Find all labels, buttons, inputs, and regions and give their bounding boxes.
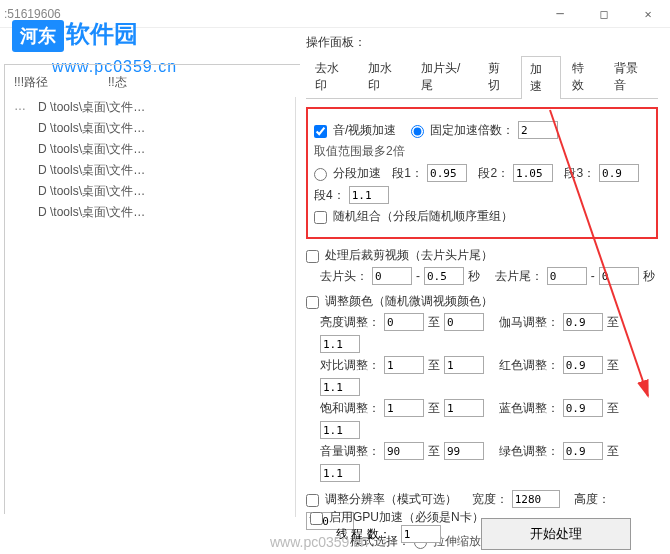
accel-group: 音/视频加速 固定加速倍数： 取值范围最多2倍 分段加速 段1： 段2： 段3：…	[306, 107, 658, 239]
maximize-button[interactable]: □	[582, 0, 626, 28]
sat-b[interactable]	[444, 399, 484, 417]
close-button[interactable]: ✕	[626, 0, 670, 28]
gamma-b[interactable]	[320, 335, 360, 353]
fixed-value[interactable]	[518, 121, 558, 139]
blue-b[interactable]	[320, 421, 360, 439]
green-b[interactable]	[320, 464, 360, 482]
tab-bgm[interactable]: 背景音	[605, 55, 656, 98]
tab-effects[interactable]: 特效	[563, 55, 603, 98]
thread-input[interactable]	[401, 525, 441, 543]
green-a[interactable]	[563, 442, 603, 460]
tab-dewatermark[interactable]: 去水印	[306, 55, 357, 98]
contrast-a[interactable]	[384, 356, 424, 374]
seg4-input[interactable]	[349, 186, 389, 204]
crop-check[interactable]	[306, 250, 319, 263]
crop-label: 处理后裁剪视频（去片头片尾）	[325, 247, 493, 264]
tab-cut[interactable]: 剪切	[479, 55, 519, 98]
watermark-url: www.pc0359.cn	[270, 534, 368, 550]
tail-to[interactable]	[599, 267, 639, 285]
contrast-b[interactable]	[444, 356, 484, 374]
gamma-a[interactable]	[563, 313, 603, 331]
tail-from[interactable]	[547, 267, 587, 285]
red-b[interactable]	[320, 378, 360, 396]
start-button[interactable]: 开始处理	[481, 518, 631, 550]
blue-a[interactable]	[563, 399, 603, 417]
red-a[interactable]	[563, 356, 603, 374]
vol-a[interactable]	[384, 442, 424, 460]
av-accel-check[interactable]	[314, 125, 327, 138]
head-to[interactable]	[424, 267, 464, 285]
seg2-input[interactable]	[513, 164, 553, 182]
panel-title: 操作面板：	[306, 34, 658, 51]
fixed-label: 固定加速倍数：	[430, 122, 514, 139]
random-combo-label: 随机组合（分段后随机顺序重组）	[333, 208, 513, 225]
color-check[interactable]	[306, 296, 319, 309]
bright-a[interactable]	[384, 313, 424, 331]
vol-b[interactable]	[444, 442, 484, 460]
seg-radio[interactable]	[314, 168, 327, 181]
logo: 河东 软件园	[12, 18, 138, 52]
tab-addwatermark[interactable]: 加水印	[359, 55, 410, 98]
random-combo-check[interactable]	[314, 211, 327, 224]
gpu-check[interactable]	[310, 512, 323, 525]
tab-speedup[interactable]: 加速	[521, 56, 561, 99]
seg3-input[interactable]	[599, 164, 639, 182]
seg-label: 分段加速	[333, 165, 381, 182]
tab-intro-outro[interactable]: 加片头/尾	[412, 55, 477, 98]
minimize-button[interactable]: ─	[538, 0, 582, 28]
bright-b[interactable]	[444, 313, 484, 331]
head-from[interactable]	[372, 267, 412, 285]
width-input[interactable]	[512, 490, 560, 508]
color-label: 调整颜色（随机微调视频颜色）	[325, 293, 493, 310]
sat-a[interactable]	[384, 399, 424, 417]
range-hint: 取值范围最多2倍	[314, 143, 405, 160]
seg1-input[interactable]	[427, 164, 467, 182]
av-accel-label: 音/视频加速	[333, 122, 396, 139]
fixed-radio[interactable]	[411, 125, 424, 138]
